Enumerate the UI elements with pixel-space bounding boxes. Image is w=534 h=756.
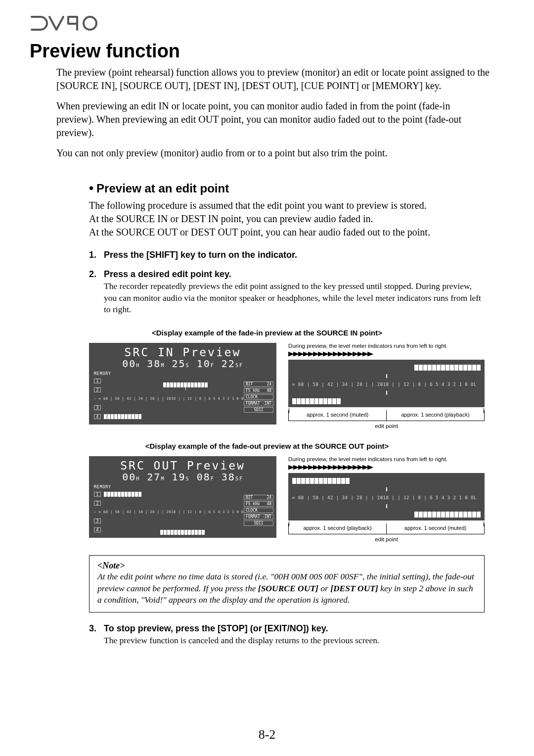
detail-panel-in: During preview, the level meter indicato… [288,343,485,429]
section-heading: •Preview at an edit point [89,181,504,196]
bullet-icon: • [89,181,93,195]
timeline-left: approx. 1 second (playback) [288,523,386,534]
intro-para-1: The preview (point rehearsal) function a… [56,66,490,93]
lcd-center-bar [163,382,208,391]
page-number: 8-2 [0,727,534,742]
lcd-panel-src-out: SRC OUT Preview 00H 27M 19S 08F 38SF MEM… [89,456,276,538]
step-2: 2. Press a desired edit point key. The r… [89,269,485,316]
lcd-panel-src-in: SRC IN Preview 00H 38M 25S 10F 22SF MEMO… [89,343,276,425]
section-intro: The following procedure is assumed that … [89,199,490,239]
diagram-row-out: SRC OUT Preview 00H 27M 19S 08F 38SF MEM… [89,456,485,542]
arrow-row-icon: ▶▶▶▶▶▶▶▶▶▶▶▶▶▶▶▶▶ [288,350,485,358]
timeline-right: approx. 1 second (playback) [386,410,485,421]
detail-panel-out: During preview, the level meter indicato… [288,456,485,542]
step-number: 3. [89,623,100,634]
edit-point-label: edit point [288,423,485,429]
step-1: 1. Press the [SHIFT] key to turn on the … [89,250,485,260]
lcd-right-tags: BIT24 FS kHz48 CLOCK FORMAT-INT SDII [244,381,273,413]
svg-point-0 [84,17,96,30]
note-title: <Note> [97,561,476,571]
note-box: <Note> At the edit point where no time d… [89,555,485,613]
timeline-in: approx. 1 second (muted) approx. 1 secon… [288,410,485,421]
lcd-time: 00H 38M 25S 10F 22SF [94,358,271,370]
page-title: Preview function [30,41,504,62]
lcd-time: 00H 27M 19S 08F 38SF [94,471,271,483]
step-body: The preview function is canceled and the… [104,635,485,647]
intro-para-2: When previewing an edit IN or locate poi… [56,99,490,140]
note-body: At the edit point where no time data is … [97,571,476,606]
edit-point-label: edit point [288,536,485,542]
detail-caption: During preview, the level meter indicato… [288,456,485,462]
intro-para-3: You can not only preview (monitor) audio… [56,146,490,160]
detail-caption: During preview, the level meter indicato… [288,343,485,349]
memory-label: MEMORY [94,485,271,489]
arrow-row-icon: ▶▶▶▶▶▶▶▶▶▶▶▶▶▶▶▶▶ [288,463,485,471]
step-3: 3. To stop preview, press the [STOP] (or… [89,623,485,647]
display-caption-in: <Display example of the fade-in preview … [30,329,504,337]
display-caption-out: <Display example of the fade-out preview… [30,442,504,450]
timeline-left: approx. 1 second (muted) [288,410,386,421]
product-logo [30,15,504,32]
step-number: 1. [89,250,100,260]
lcd-bottom-bar [160,530,205,535]
step-heading: Press a desired edit point key. [104,269,231,280]
detail-meter-in: ∞ 60 | 50 | 42 | 34 | 28 | | 2018 | | 12… [288,360,485,407]
detail-meter-out: ∞ 60 | 50 | 42 | 34 | 28 | | 2018 | | 12… [288,473,485,520]
step-heading: Press the [SHIFT] key to turn on the ind… [104,250,297,260]
step-number: 2. [89,269,100,280]
lcd-title: SRC IN Preview [94,346,271,359]
lcd-title: SRC OUT Preview [94,459,271,472]
timeline-out: approx. 1 second (playback) approx. 1 se… [288,523,485,534]
step-body: The recorder repeatedly previews the edi… [104,281,485,316]
diagram-row-in: SRC IN Preview 00H 38M 25S 10F 22SF MEMO… [89,343,485,429]
lcd-right-tags: BIT24 FS kHz48 CLOCK FORMAT-INT SDII [244,495,273,526]
step-heading: To stop preview, press the [STOP] (or [E… [104,623,328,634]
timeline-right: approx. 1 second (muted) [386,523,485,534]
memory-label: MEMORY [94,372,271,376]
